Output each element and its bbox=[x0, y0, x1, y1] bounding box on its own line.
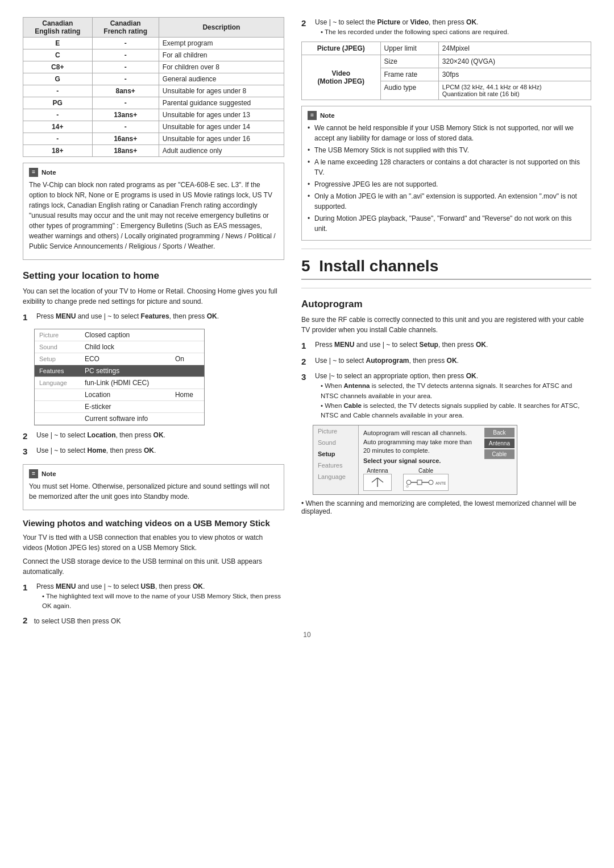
note-home: = Note You must set Home. Otherwise, per… bbox=[23, 464, 284, 510]
step-3-content: Use | ~ to select Home, then press OK. bbox=[36, 445, 284, 458]
autoprogram-title: Autoprogram bbox=[301, 299, 591, 310]
ratings-english: - bbox=[23, 109, 93, 121]
auto-menu-language: Language bbox=[313, 471, 358, 482]
note-icon: = bbox=[29, 168, 38, 177]
menu-right-item: E-sticker bbox=[80, 400, 171, 412]
right-step-2: 2 Use | ~ to select the Picture or Video… bbox=[301, 17, 591, 37]
ratings-english: 14+ bbox=[23, 121, 93, 133]
ratings-english: - bbox=[23, 85, 93, 97]
usb-step-1-sub: The highlighted text will move to the na… bbox=[42, 592, 284, 611]
specs-table: Picture (JPEG) Upper limit 24Mpixel Vide… bbox=[301, 42, 591, 100]
location-steps: 1 Press MENU and use | ~ to select Featu… bbox=[23, 311, 284, 324]
ratings-header-english: CanadianEnglish rating bbox=[23, 18, 93, 38]
menu-value bbox=[171, 329, 204, 341]
auto-step-3-content: Use |~ to select an appropriate option, … bbox=[315, 371, 591, 420]
usb-note-item: During Motion JPEG playback, "Pause", "F… bbox=[308, 213, 585, 234]
auto-sub-antenna: When Antenna is selected, the TV detects… bbox=[321, 381, 591, 401]
auto-step-2-content: Use | ~ to select Autoprogram, then pres… bbox=[315, 356, 591, 369]
usb-steps: 1 Press MENU and use | ~ to select USB, … bbox=[23, 581, 284, 611]
menu-right-item: ECO bbox=[80, 353, 171, 365]
ratings-table: CanadianEnglish rating CanadianFrench ra… bbox=[23, 17, 284, 157]
ratings-french: - bbox=[92, 49, 159, 61]
ratings-french: - bbox=[92, 38, 159, 49]
chapter-name: Install channels bbox=[319, 257, 438, 275]
ratings-header-description: Description bbox=[159, 18, 284, 38]
ratings-description: Exempt program bbox=[159, 38, 284, 49]
autoprogram-intro: Be sure the RF cable is correctly connec… bbox=[301, 315, 591, 335]
ratings-french: 18ans+ bbox=[92, 145, 159, 157]
auto-menu-right: Autoprogram will rescan all channels. Au… bbox=[359, 425, 482, 494]
step-2-content: Use | ~ to select Location, then press O… bbox=[36, 430, 284, 443]
note-vchip: = Note The V-Chip can block non rated pr… bbox=[23, 163, 284, 260]
ratings-description: For children over 8 bbox=[159, 61, 284, 73]
usb-step-num-2: 2 bbox=[23, 615, 27, 625]
menu-value bbox=[171, 341, 204, 353]
cable-icon-sim: ⊙ ANTENNA IN bbox=[403, 474, 449, 491]
menu-value: On bbox=[171, 353, 204, 365]
menu-left-item bbox=[35, 400, 80, 412]
usb-note-item: Progressive JPEG les are not supported. bbox=[308, 179, 585, 189]
ratings-english: E bbox=[23, 38, 93, 49]
usb-intro-2: Connect the USB storage device to the US… bbox=[23, 556, 284, 577]
auto-step-1-content: Press MENU and use | ~ to select Setup, … bbox=[315, 340, 591, 353]
specs-framerate-val: 30fps bbox=[438, 68, 591, 81]
location-step-3: 3 Use | ~ to select Home, then press OK. bbox=[23, 445, 284, 458]
menu-right-item: Location bbox=[80, 388, 171, 400]
note-label-2: Note bbox=[42, 470, 56, 477]
step-1-content: Press MENU and use | ~ to select Feature… bbox=[36, 311, 284, 324]
menu-left-item: Setup bbox=[35, 353, 80, 365]
auto-step-num-3: 3 bbox=[301, 371, 310, 420]
right-step-2-content: Use | ~ to select the Picture or Video, … bbox=[315, 17, 591, 37]
ratings-french: - bbox=[92, 121, 159, 133]
section-location-intro: You can set the location of your TV to H… bbox=[23, 286, 284, 307]
ratings-description: Unsuitable for ages under 14 bbox=[159, 121, 284, 133]
menu-left-item: Features bbox=[35, 365, 80, 377]
right-column: 2 Use | ~ to select the Picture or Video… bbox=[301, 17, 591, 625]
ratings-header-french: CanadianFrench rating bbox=[92, 18, 159, 38]
autoprogram-note-text: When the scanning and memorizing are com… bbox=[301, 499, 576, 515]
auto-step-1: 1 Press MENU and use | ~ to select Setup… bbox=[301, 340, 591, 353]
back-btn: Back bbox=[484, 428, 515, 437]
ratings-description: Unsuitable for ages under 16 bbox=[159, 133, 284, 145]
left-column: CanadianEnglish rating CanadianFrench ra… bbox=[23, 17, 284, 625]
menu-right-item: fun-Link (HDMI CEC) bbox=[80, 377, 171, 388]
usb-note-item: The USB Memory Stick is not supplied wit… bbox=[308, 145, 585, 155]
auto-side-buttons: Back Antenna Cable bbox=[482, 425, 517, 494]
svg-rect-5 bbox=[417, 480, 422, 485]
autoprogram-steps: 1 Press MENU and use | ~ to select Setup… bbox=[301, 340, 591, 420]
antenna-btn: Antenna bbox=[484, 439, 515, 448]
note-icon-2: = bbox=[29, 469, 38, 478]
ratings-french: - bbox=[92, 73, 159, 85]
auto-signal-options: Antenna Cable bbox=[363, 468, 478, 491]
menu-right-item: Current software info bbox=[80, 412, 171, 424]
auto-menu-sound: Sound bbox=[313, 437, 358, 448]
antenna-icon-sim bbox=[363, 474, 392, 491]
cable-btn: Cable bbox=[484, 449, 515, 459]
autoprogram-menu-sim: Picture Sound Setup Features Language Au… bbox=[313, 425, 517, 495]
menu-value: Home bbox=[171, 388, 204, 400]
location-step-1: 1 Press MENU and use | ~ to select Featu… bbox=[23, 311, 284, 324]
ratings-description: Parental guidance suggested bbox=[159, 97, 284, 109]
ratings-english: - bbox=[23, 133, 93, 145]
svg-line-1 bbox=[372, 478, 377, 482]
step-num-3: 3 bbox=[23, 445, 32, 458]
auto-menu-setup: Setup bbox=[313, 448, 358, 460]
ratings-french: 16ans+ bbox=[92, 133, 159, 145]
chapter-number: 5 bbox=[301, 257, 310, 275]
section-usb-title: Viewing photos and watching videos on a … bbox=[23, 518, 284, 528]
specs-upper-limit-val: 24Mpixel bbox=[438, 42, 591, 55]
step-num-1: 1 bbox=[23, 311, 32, 324]
specs-audio-label: Audio type bbox=[380, 81, 438, 100]
note-icon-usb: = bbox=[308, 111, 317, 120]
specs-video-label: Video(Motion JPEG) bbox=[302, 55, 381, 100]
usb-note-item: Only a Motion JPEG le with an ".avi" ext… bbox=[308, 191, 585, 212]
svg-point-7 bbox=[429, 480, 433, 485]
features-menu-sim: PictureClosed captionSoundChild lockSetu… bbox=[34, 329, 205, 425]
menu-left-item: Sound bbox=[35, 341, 80, 353]
specs-audio-val: LPCM (32 kHz, 44.1 kHz or 48 kHz)Quantiz… bbox=[438, 81, 591, 100]
cable-option: Cable ⊙ ANTENNA IN bbox=[403, 468, 449, 491]
location-step-2: 2 Use | ~ to select Location, then press… bbox=[23, 430, 284, 443]
auto-signal-label: Select your signal source. bbox=[363, 457, 478, 464]
section-location-title: Setting your location to home bbox=[23, 270, 284, 282]
specs-size-label: Size bbox=[380, 55, 438, 68]
